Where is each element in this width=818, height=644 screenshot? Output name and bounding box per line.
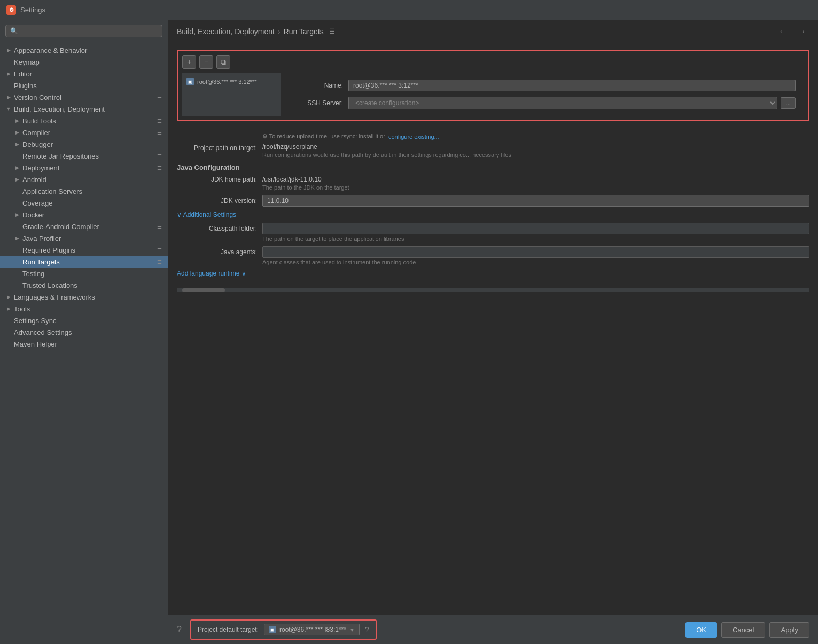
- sidebar-label-gradle-android: Gradle-Android Compiler: [22, 223, 155, 231]
- sidebar-label-app-servers: Application Servers: [22, 187, 163, 195]
- sidebar-item-compiler[interactable]: ▶Compiler☰: [0, 127, 168, 138]
- default-target-label: Project default target:: [198, 626, 259, 633]
- sidebar-label-trusted-locations: Trusted Locations: [22, 281, 163, 289]
- sidebar-item-required-plugins[interactable]: Required Plugins☰: [0, 244, 168, 256]
- tree-arrow-tools: ▶: [4, 304, 13, 313]
- sidebar-item-trusted-locations[interactable]: Trusted Locations: [0, 279, 168, 291]
- horizontal-scrollbar[interactable]: [177, 288, 809, 292]
- default-target-row: Project default target: ▣ root@36.*** **…: [190, 619, 377, 640]
- ok-button[interactable]: OK: [685, 622, 717, 638]
- sidebar-item-settings-sync[interactable]: Settings Sync: [0, 315, 168, 326]
- classpath-input[interactable]: [262, 223, 809, 234]
- sidebar: ▶Appearance & BehaviorKeymap▶EditorPlugi…: [0, 20, 168, 644]
- sidebar-icon-right-gradle-android: ☰: [155, 222, 163, 231]
- sidebar-item-build-execution[interactable]: ▼Build, Execution, Deployment: [0, 103, 168, 115]
- tree-arrow-languages-frameworks: ▶: [4, 293, 13, 301]
- classpath-row: Classpath folder:: [177, 223, 809, 234]
- add-button[interactable]: +: [182, 55, 196, 69]
- name-input[interactable]: [348, 80, 796, 91]
- jdk-home-row: JDK home path: /usr/local/jdk-11.0.10: [177, 176, 809, 183]
- main-layout: ▶Appearance & BehaviorKeymap▶EditorPlugi…: [0, 20, 818, 644]
- sidebar-item-languages-frameworks[interactable]: ▶Languages & Frameworks: [0, 291, 168, 303]
- sidebar-item-remote-jar[interactable]: Remote Jar Repositories☰: [0, 150, 168, 162]
- sidebar-item-appearance[interactable]: ▶Appearance & Behavior: [0, 44, 168, 56]
- target-dropdown-arrow: ▼: [349, 627, 355, 633]
- sidebar-item-java-profiler[interactable]: ▶Java Profiler: [0, 232, 168, 244]
- configure-link[interactable]: configure existing...: [388, 133, 439, 140]
- sidebar-item-version-control[interactable]: ▶Version Control☰: [0, 91, 168, 103]
- java-agents-input[interactable]: [262, 246, 809, 258]
- sidebar-item-coverage[interactable]: Coverage: [0, 197, 168, 209]
- search-bar: [0, 20, 168, 42]
- jdk-version-input[interactable]: [262, 195, 809, 207]
- sidebar-item-build-tools[interactable]: ▶Build Tools☰: [0, 115, 168, 127]
- sidebar-item-tools[interactable]: ▶Tools: [0, 303, 168, 315]
- bottom-bar: ? Project default target: ▣ root@36.*** …: [168, 615, 818, 644]
- sidebar-item-editor[interactable]: ▶Editor: [0, 68, 168, 80]
- search-input[interactable]: [5, 25, 162, 37]
- apply-button[interactable]: Apply: [769, 622, 809, 638]
- nav-forward-button[interactable]: →: [794, 26, 809, 37]
- tree-arrow-android: ▶: [13, 175, 21, 184]
- sidebar-label-coverage: Coverage: [22, 199, 163, 207]
- sidebar-item-app-servers[interactable]: Application Servers: [0, 185, 168, 197]
- sidebar-item-debugger[interactable]: ▶Debugger: [0, 138, 168, 150]
- sidebar-item-android[interactable]: ▶Android: [0, 174, 168, 185]
- target-select[interactable]: ▣ root@36.*** *** I83:1*** ▼: [264, 624, 360, 635]
- sidebar-label-settings-sync: Settings Sync: [14, 317, 163, 325]
- ssh-server-select[interactable]: <create configuration>: [348, 97, 777, 109]
- target-server-name: root@36.*** *** I83:1***: [279, 626, 346, 633]
- sidebar-label-plugins: Plugins: [14, 82, 163, 90]
- jdk-version-label: JDK version:: [177, 197, 257, 205]
- jdk-home-hint: The path to the JDK on the target: [177, 184, 809, 191]
- nav-back-button[interactable]: ←: [775, 26, 790, 37]
- sidebar-item-plugins[interactable]: Plugins: [0, 80, 168, 91]
- content-body: + − ⧉ ▣ root@36.*** *** 3:12***: [168, 43, 818, 615]
- breadcrumb-parent: Build, Execution, Deployment: [177, 27, 275, 36]
- ssh-config-button[interactable]: ...: [781, 97, 796, 109]
- sidebar-item-advanced-settings[interactable]: Advanced Settings: [0, 326, 168, 338]
- sidebar-item-gradle-android[interactable]: Gradle-Android Compiler☰: [0, 221, 168, 232]
- sidebar-item-docker[interactable]: ▶Docker: [0, 209, 168, 221]
- sidebar-item-deployment[interactable]: ▶Deployment☰: [0, 162, 168, 174]
- jdk-home-label: JDK home path:: [177, 176, 257, 183]
- toolbar: + − ⧉: [182, 55, 804, 69]
- breadcrumb: Build, Execution, Deployment › Run Targe…: [177, 27, 335, 36]
- form-ssh-row: SSH Server: <create configuration> ...: [290, 97, 796, 109]
- sidebar-label-java-profiler: Java Profiler: [22, 234, 163, 242]
- ssh-select-row: <create configuration> ...: [348, 97, 796, 109]
- java-agents-row: Java agents:: [177, 246, 809, 258]
- sidebar-label-android: Android: [22, 176, 163, 184]
- sidebar-item-testing[interactable]: Testing: [0, 268, 168, 279]
- form-name-row: Name:: [290, 80, 796, 91]
- app-icon: ⚙: [6, 5, 16, 15]
- add-language-button[interactable]: Add language runtime ∨: [177, 270, 809, 277]
- sidebar-item-maven-helper[interactable]: Maven Helper: [0, 338, 168, 350]
- additional-settings-toggle[interactable]: ∨ Additional Settings: [177, 211, 809, 218]
- jdk-home-value: /usr/local/jdk-11.0.10: [262, 176, 322, 183]
- tree-arrow-build-execution: ▼: [4, 105, 13, 113]
- server-list-item[interactable]: ▣ root@36.*** *** 3:12***: [182, 75, 281, 88]
- sync-warning: ⚙ To reduce upload time, use rsync: inst…: [177, 133, 809, 140]
- after-panel: ⚙ To reduce upload time, use rsync: inst…: [177, 127, 809, 608]
- title-bar-text: Settings: [20, 6, 45, 14]
- cancel-button[interactable]: Cancel: [721, 622, 765, 638]
- sidebar-label-docker: Docker: [22, 211, 163, 219]
- remove-button[interactable]: −: [199, 55, 213, 69]
- sidebar-label-remote-jar: Remote Jar Repositories: [22, 152, 155, 160]
- sidebar-label-advanced-settings: Advanced Settings: [14, 328, 163, 336]
- ssh-label: SSH Server:: [290, 99, 343, 107]
- copy-button[interactable]: ⧉: [216, 55, 230, 69]
- project-path-row: Project path on target: /root/hzq/userpl…: [177, 143, 809, 158]
- sidebar-icon-right-run-targets: ☰: [155, 257, 163, 266]
- sidebar-item-keymap[interactable]: Keymap: [0, 56, 168, 68]
- sidebar-label-run-targets: Run Targets: [22, 258, 155, 266]
- nav-icons: ← →: [775, 26, 809, 37]
- server-list: ▣ root@36.*** *** 3:12***: [182, 73, 281, 116]
- tree-arrow-deployment: ▶: [13, 163, 21, 172]
- sidebar-tree: ▶Appearance & BehaviorKeymap▶EditorPlugi…: [0, 42, 168, 644]
- jdk-version-row: JDK version:: [177, 195, 809, 207]
- help-icon[interactable]: ?: [177, 625, 182, 634]
- sidebar-item-run-targets[interactable]: Run Targets☰: [0, 256, 168, 268]
- target-help-icon[interactable]: ?: [365, 625, 369, 634]
